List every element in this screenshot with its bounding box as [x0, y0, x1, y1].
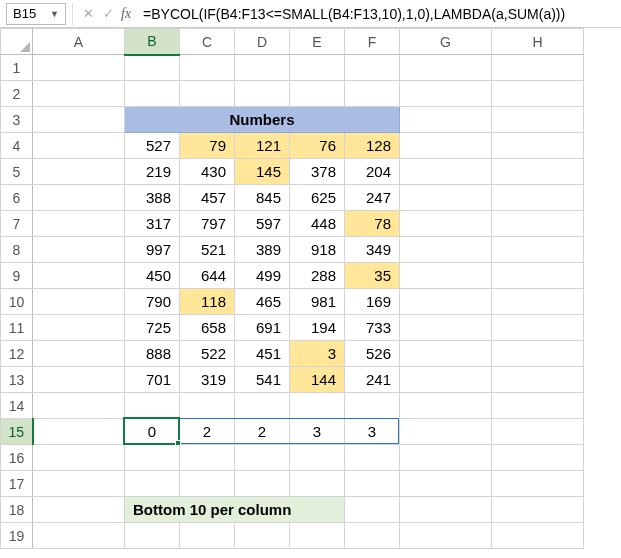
name-box[interactable]: B15 ▼ — [6, 3, 66, 25]
cell[interactable] — [400, 237, 492, 263]
cell[interactable] — [400, 263, 492, 289]
row-header-11[interactable]: 11 — [1, 315, 33, 341]
cell[interactable] — [400, 81, 492, 107]
cell[interactable]: 522 — [180, 341, 235, 367]
formula-input[interactable]: =BYCOL(IF(B4:F13<=SMALL(B4:F13,10),1,0),… — [139, 4, 621, 24]
cell[interactable]: 845 — [235, 185, 290, 211]
row-header-4[interactable]: 4 — [1, 133, 33, 159]
fill-handle[interactable] — [175, 440, 181, 446]
numbers-header[interactable]: Numbers — [125, 107, 400, 133]
cell[interactable]: 319 — [180, 367, 235, 393]
cell[interactable] — [492, 133, 584, 159]
cell[interactable] — [33, 523, 125, 549]
cell[interactable] — [345, 81, 400, 107]
cell[interactable]: 288 — [290, 263, 345, 289]
cell[interactable] — [290, 55, 345, 81]
row-header-5[interactable]: 5 — [1, 159, 33, 185]
cell[interactable] — [400, 107, 492, 133]
cell[interactable] — [400, 393, 492, 419]
cell[interactable]: 79 — [180, 133, 235, 159]
cell[interactable] — [400, 523, 492, 549]
bottom-label[interactable]: Bottom 10 per column — [125, 497, 345, 523]
cell[interactable] — [33, 341, 125, 367]
col-header-F[interactable]: F — [345, 29, 400, 55]
row-header-3[interactable]: 3 — [1, 107, 33, 133]
cell[interactable]: 733 — [345, 315, 400, 341]
cell[interactable]: 981 — [290, 289, 345, 315]
cell[interactable] — [33, 133, 125, 159]
spreadsheet-grid[interactable]: A B C D E F G H 123Numbers45277912176128… — [0, 28, 621, 549]
row-header-6[interactable]: 6 — [1, 185, 33, 211]
cell[interactable] — [180, 471, 235, 497]
col-header-D[interactable]: D — [235, 29, 290, 55]
cell[interactable] — [235, 445, 290, 471]
cell[interactable] — [125, 393, 180, 419]
cell[interactable] — [400, 133, 492, 159]
cell[interactable]: 219 — [125, 159, 180, 185]
row-header-13[interactable]: 13 — [1, 367, 33, 393]
cell[interactable] — [345, 55, 400, 81]
cell[interactable] — [33, 445, 125, 471]
cell[interactable] — [125, 55, 180, 81]
cell[interactable] — [33, 237, 125, 263]
cell[interactable]: 597 — [235, 211, 290, 237]
cell[interactable] — [235, 393, 290, 419]
cell[interactable] — [492, 315, 584, 341]
cell[interactable]: 658 — [180, 315, 235, 341]
cell[interactable] — [492, 159, 584, 185]
cell[interactable] — [345, 393, 400, 419]
cell[interactable]: 145 — [235, 159, 290, 185]
cell[interactable] — [492, 237, 584, 263]
cell[interactable] — [33, 315, 125, 341]
cell[interactable] — [492, 341, 584, 367]
cell[interactable]: 448 — [290, 211, 345, 237]
cell[interactable]: 128 — [345, 133, 400, 159]
cell[interactable]: 451 — [235, 341, 290, 367]
cell[interactable]: 527 — [125, 133, 180, 159]
cell[interactable]: 521 — [180, 237, 235, 263]
cell[interactable] — [33, 393, 125, 419]
cell[interactable] — [33, 289, 125, 315]
cell[interactable] — [33, 159, 125, 185]
cell[interactable] — [125, 471, 180, 497]
select-all-corner[interactable] — [1, 29, 33, 55]
cell[interactable] — [492, 445, 584, 471]
cancel-icon[interactable]: ✕ — [79, 5, 97, 23]
cell[interactable]: 918 — [290, 237, 345, 263]
cell[interactable]: 388 — [125, 185, 180, 211]
cell[interactable] — [180, 393, 235, 419]
cell[interactable] — [400, 289, 492, 315]
cell[interactable]: 204 — [345, 159, 400, 185]
cell[interactable] — [345, 523, 400, 549]
cell[interactable] — [492, 419, 584, 445]
fx-icon[interactable]: fx — [121, 6, 131, 22]
cell[interactable]: 499 — [235, 263, 290, 289]
cell[interactable]: 691 — [235, 315, 290, 341]
cell[interactable]: 389 — [235, 237, 290, 263]
cell[interactable]: 644 — [180, 263, 235, 289]
cell[interactable]: 194 — [290, 315, 345, 341]
cell[interactable]: 349 — [345, 237, 400, 263]
cell[interactable] — [235, 523, 290, 549]
col-header-G[interactable]: G — [400, 29, 492, 55]
cell[interactable] — [492, 471, 584, 497]
cell[interactable] — [33, 185, 125, 211]
cell[interactable] — [125, 445, 180, 471]
cell[interactable]: 725 — [125, 315, 180, 341]
cell[interactable] — [492, 263, 584, 289]
col-header-B[interactable]: B — [125, 29, 180, 55]
cell[interactable]: 797 — [180, 211, 235, 237]
cell[interactable] — [33, 211, 125, 237]
cell[interactable] — [400, 341, 492, 367]
row-header-2[interactable]: 2 — [1, 81, 33, 107]
cell[interactable]: 3 — [290, 341, 345, 367]
cell[interactable] — [492, 367, 584, 393]
cell[interactable] — [33, 263, 125, 289]
cell[interactable] — [400, 211, 492, 237]
row-header-14[interactable]: 14 — [1, 393, 33, 419]
cell[interactable]: 997 — [125, 237, 180, 263]
row-header-8[interactable]: 8 — [1, 237, 33, 263]
cell[interactable] — [492, 289, 584, 315]
cell[interactable]: 35 — [345, 263, 400, 289]
cell[interactable] — [290, 523, 345, 549]
